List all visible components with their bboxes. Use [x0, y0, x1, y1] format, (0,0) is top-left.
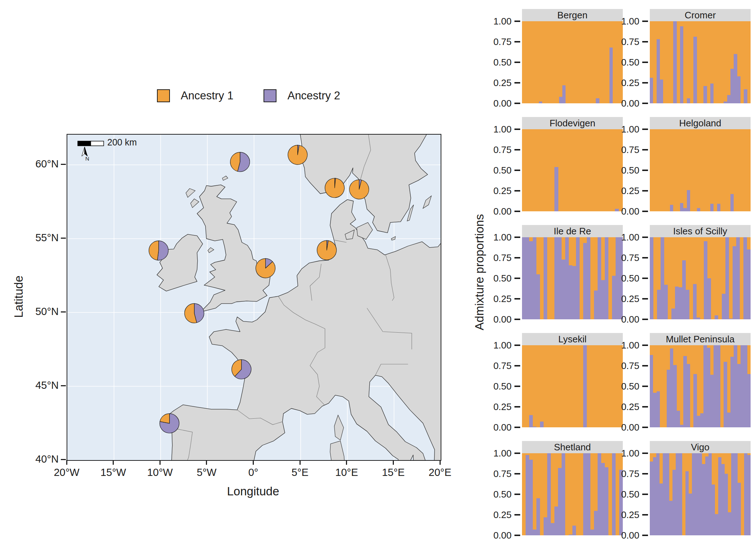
panel-strip-mullet-peninsula: Mullet Peninsula: [650, 333, 751, 345]
individual-bar: [599, 21, 603, 103]
individual-bar: [711, 237, 715, 319]
individual-bar: [536, 345, 540, 427]
admixture-y-tick-label: 0.50: [483, 57, 512, 68]
admixture-y-tick-label: 0.50: [483, 489, 512, 500]
ancestry2-segment: [733, 246, 736, 319]
individual-bar: [586, 21, 589, 103]
ancestry2-segment: [650, 237, 653, 319]
admixture-y-tick: [642, 62, 648, 63]
ancestry2-segment: [708, 453, 712, 535]
individual-bar: [692, 453, 695, 535]
ancestry2-segment: [536, 498, 540, 535]
admixture-y-tick: [514, 41, 520, 42]
ancestry2-segment: [576, 237, 580, 319]
individual-bar: [660, 453, 663, 535]
individual-bar: [663, 453, 666, 535]
map-x-tick: [300, 460, 301, 465]
map-x-tick-label: 20°W: [41, 467, 92, 478]
map-x-tick-label: 15°E: [368, 467, 419, 478]
individual-bar: [582, 129, 586, 211]
individual-bar: [747, 21, 751, 103]
admixture-y-tick-label: 0.00: [611, 98, 639, 109]
map-x-tick-label: 20°E: [415, 467, 465, 478]
ancestry2-segment: [583, 243, 587, 319]
map-y-tick: [61, 164, 66, 165]
admixture-plot-bergen: [522, 21, 623, 103]
individual-bar: [657, 21, 660, 103]
individual-bar: [546, 129, 550, 211]
ancestry2-segment: [677, 411, 680, 427]
ancestry2-segment: [529, 460, 533, 535]
individual-bar: [677, 345, 680, 427]
pie-slice: [350, 180, 369, 199]
individual-bar: [676, 453, 679, 535]
ancestry2-segment: [554, 167, 558, 211]
individual-bar: [683, 21, 687, 103]
ancestry2-segment: [667, 370, 670, 427]
individual-bar: [693, 237, 697, 319]
panel-title: Cromer: [685, 10, 716, 21]
individual-bar: [598, 453, 601, 535]
admixture-y-tick: [642, 386, 648, 387]
individual-bar: [522, 345, 526, 427]
map-y-tick: [61, 238, 66, 239]
admixture-y-tick-label: 0.75: [483, 360, 512, 372]
individual-bar: [535, 21, 539, 103]
ancestry2-segment: [598, 237, 601, 319]
individual-bar: [705, 453, 708, 535]
ancestry2-segment: [687, 364, 690, 427]
admixture-y-tick: [514, 298, 520, 300]
admixture-y-tick-label: 1.00: [611, 340, 639, 351]
ancestry2-segment: [680, 203, 683, 211]
individual-bar: [650, 21, 653, 103]
admixture-y-tick: [642, 535, 648, 536]
admixture-y-tick: [514, 237, 520, 238]
individual-bar: [572, 345, 576, 427]
individual-bar: [547, 237, 551, 319]
ancestry-pie-shetland: [230, 152, 250, 172]
admixture-y-tick-label: 1.00: [483, 340, 512, 351]
ancestry2-segment: [558, 237, 562, 319]
individual-bar: [538, 129, 542, 211]
panel-title: Isles of Scilly: [673, 226, 727, 237]
individual-bar: [714, 21, 717, 103]
individual-bar: [689, 453, 692, 535]
individual-bar: [544, 345, 547, 427]
individual-bar: [703, 129, 707, 211]
ancestry2-segment: [710, 204, 714, 211]
admixture-y-tick-label: 0.25: [483, 509, 512, 521]
individual-bar: [605, 237, 608, 319]
ancestry2-segment: [703, 86, 707, 103]
admixture-y-axis-title: Admixture proportions: [473, 214, 486, 330]
individual-bar: [583, 237, 587, 319]
individual-bar: [730, 21, 734, 103]
ancestry2-segment: [596, 98, 599, 103]
map-x-tick-label: 5°W: [181, 467, 232, 478]
individual-bar: [670, 345, 673, 427]
ancestry2-segment: [657, 290, 661, 319]
individual-bar: [653, 453, 656, 535]
admixture-y-tick: [642, 211, 648, 212]
admixture-y-tick: [514, 21, 520, 22]
individual-bar: [722, 237, 725, 319]
individual-bar: [549, 21, 552, 103]
individual-bar: [717, 345, 720, 427]
ancestry2-segment: [547, 453, 551, 535]
admixture-y-tick: [642, 149, 648, 150]
ancestry2-segment: [562, 453, 565, 535]
ancestry-pie-ile-de-re: [232, 360, 251, 379]
individual-bar: [650, 345, 653, 427]
ancestry2-segment: [680, 26, 683, 103]
ancestry2-segment: [717, 204, 720, 211]
ancestry2-segment: [687, 190, 690, 211]
ancestry2-segment: [539, 102, 542, 103]
individual-bar: [730, 345, 734, 427]
ancestry2-segment: [664, 285, 668, 319]
ancestry2-segment: [728, 512, 731, 535]
admixture-y-tick-label: 0.75: [611, 468, 639, 480]
individual-bar: [693, 21, 697, 103]
individual-bar: [728, 453, 731, 535]
individual-bar: [741, 453, 744, 535]
individual-bar: [529, 237, 533, 319]
admixture-y-tick-label: 0.50: [611, 57, 639, 68]
